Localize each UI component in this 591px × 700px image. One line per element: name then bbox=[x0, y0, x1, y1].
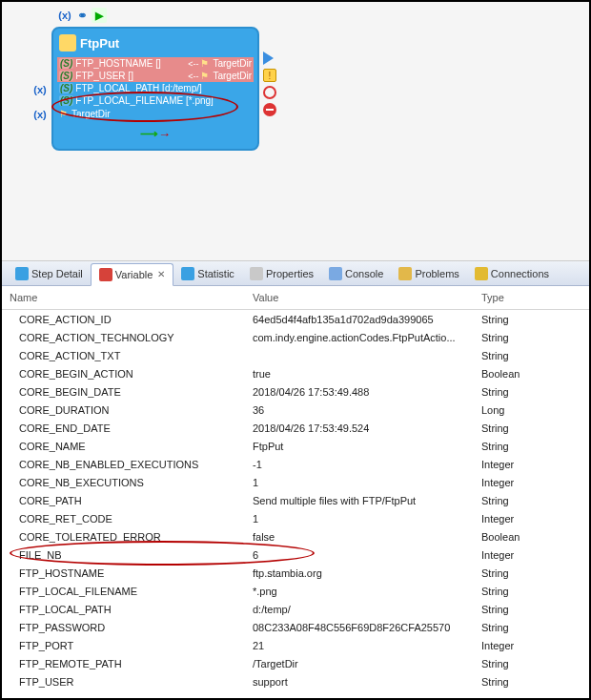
cell-type: String bbox=[474, 654, 589, 672]
tab-step-detail[interactable]: Step Detail bbox=[8, 263, 91, 284]
cell-type: String bbox=[474, 328, 589, 346]
tab-icon bbox=[99, 268, 112, 281]
cell-type: String bbox=[474, 564, 589, 582]
cell-type: Integer bbox=[474, 473, 589, 491]
tab-label: Statistic bbox=[197, 268, 234, 279]
cell-value: 1 bbox=[245, 473, 474, 491]
warning-icon[interactable]: ! bbox=[263, 69, 276, 82]
table-row[interactable]: CORE_BEGIN_ACTIONtrueBoolean bbox=[2, 364, 589, 382]
diagram-canvas[interactable]: (x) ⚭ ▶ (x) (x) FtpPut (S)FTP_HOSTNAME [… bbox=[2, 2, 589, 261]
s-badge-icon: (S) bbox=[59, 58, 73, 69]
cell-value: 2018/04/26 17:53:49.524 bbox=[245, 419, 474, 437]
node-title: FtpPut bbox=[57, 32, 254, 57]
variable-icon: (x) bbox=[32, 107, 48, 122]
cell-type: Long bbox=[474, 401, 589, 419]
cell-name: CORE_ACTION_ID bbox=[2, 310, 245, 329]
tab-icon bbox=[398, 267, 412, 280]
param-name: FTP_LOCAL_FILENAME [*.png] bbox=[75, 95, 252, 106]
cell-type: String bbox=[474, 672, 589, 690]
node-param-row[interactable]: (S)FTP_USER []<--⚑TargetDir bbox=[57, 70, 254, 82]
table-row[interactable]: FILE_NB6Integer bbox=[2, 546, 589, 564]
table-row[interactable]: FTP_HOSTNAMEftp.stambia.orgString bbox=[2, 564, 589, 582]
bottom-tabbar: Step DetailVariable ✕StatisticProperties… bbox=[2, 261, 589, 286]
stop-outline-icon[interactable] bbox=[263, 86, 276, 99]
node-param-row[interactable]: (S)FTP_HOSTNAME []<--⚑TargetDir bbox=[57, 57, 254, 70]
execute-icon[interactable]: ▶ bbox=[92, 8, 107, 23]
table-row[interactable]: CORE_ACTION_ID64ed5d4f4afb135a1d702ad9da… bbox=[2, 310, 589, 329]
cell-type: Boolean bbox=[474, 364, 589, 382]
col-header-name[interactable]: Name bbox=[2, 286, 245, 310]
link-icon[interactable]: ⚭ bbox=[74, 8, 90, 23]
table-row[interactable]: FTP_LOCAL_FILENAME*.pngString bbox=[2, 582, 589, 600]
cell-name: CORE_NB_ENABLED_EXECUTIONS bbox=[2, 455, 245, 473]
link-arrow-icon: <-- bbox=[188, 72, 198, 81]
table-row[interactable]: CORE_BEGIN_DATE2018/04/26 17:53:49.488St… bbox=[2, 382, 589, 401]
tab-icon bbox=[15, 267, 29, 280]
stop-icon[interactable] bbox=[263, 103, 276, 116]
tab-icon bbox=[181, 267, 194, 280]
tab-problems[interactable]: Problems bbox=[391, 263, 466, 284]
cell-type: String bbox=[474, 382, 589, 401]
tab-label: Console bbox=[345, 268, 383, 279]
param-name: FTP_LOCAL_PATH [d:/temp/] bbox=[75, 83, 252, 93]
variable-icon[interactable]: (x) bbox=[57, 8, 72, 23]
table-row[interactable]: CORE_ACTION_TECHNOLOGYcom.indy.engine.ac… bbox=[2, 328, 589, 346]
table-row[interactable]: FTP_LOCAL_PATHd:/temp/String bbox=[2, 600, 589, 618]
cell-type: String bbox=[474, 419, 589, 437]
variable-table-wrap[interactable]: Name Value Type CORE_ACTION_ID64ed5d4f4a… bbox=[2, 286, 589, 698]
node-left-decor: (x) (x) bbox=[32, 82, 48, 122]
tab-icon bbox=[329, 267, 342, 280]
node-title-text: FtpPut bbox=[80, 36, 119, 51]
flag-icon: ⚑ bbox=[200, 58, 209, 69]
table-row[interactable]: FTP_USERsupportString bbox=[2, 672, 589, 690]
cell-name: FTP_REMOTE_PATH bbox=[2, 654, 245, 672]
cell-name: CORE_DURATION bbox=[2, 401, 245, 419]
flag-icon: ⚑ bbox=[59, 109, 68, 119]
cell-name: CORE_ACTION_TECHNOLOGY bbox=[2, 328, 245, 346]
table-row[interactable]: CORE_TOLERATED_ERRORfalseBoolean bbox=[2, 527, 589, 546]
cell-value bbox=[245, 346, 474, 364]
table-row[interactable]: CORE_DURATION36Long bbox=[2, 401, 589, 419]
cell-name: CORE_BEGIN_ACTION bbox=[2, 364, 245, 382]
cell-type: String bbox=[474, 600, 589, 618]
play-icon[interactable] bbox=[263, 51, 274, 65]
tab-statistic[interactable]: Statistic bbox=[173, 263, 242, 284]
tab-connections[interactable]: Connections bbox=[467, 263, 557, 284]
col-header-value[interactable]: Value bbox=[245, 286, 474, 310]
tab-icon bbox=[250, 267, 263, 280]
table-row[interactable]: CORE_PATHSend multiple files with FTP/Ft… bbox=[2, 491, 589, 509]
tab-properties[interactable]: Properties bbox=[242, 263, 321, 284]
table-row[interactable]: CORE_NB_ENABLED_EXECUTIONS-1Integer bbox=[2, 455, 589, 473]
ftpput-node[interactable]: FtpPut (S)FTP_HOSTNAME []<--⚑TargetDir(S… bbox=[51, 27, 259, 151]
table-row[interactable]: FTP_PORT21Integer bbox=[2, 636, 589, 654]
node-footer: ⚑ TargetDir bbox=[57, 107, 254, 121]
cell-type: String bbox=[474, 582, 589, 600]
col-header-type[interactable]: Type bbox=[474, 286, 589, 310]
cell-type: Integer bbox=[474, 455, 589, 473]
cell-name: CORE_END_DATE bbox=[2, 419, 245, 437]
cell-name: FTP_PASSWORD bbox=[2, 618, 245, 636]
tab-console[interactable]: Console bbox=[321, 263, 391, 284]
cell-type: String bbox=[474, 437, 589, 455]
close-icon[interactable]: ✕ bbox=[157, 269, 165, 279]
table-row[interactable]: FTP_REMOTE_PATH/TargetDirString bbox=[2, 654, 589, 672]
table-row[interactable]: CORE_NAMEFtpPutString bbox=[2, 437, 589, 455]
node-side-icons: ! bbox=[263, 51, 276, 116]
table-row[interactable]: CORE_END_DATE2018/04/26 17:53:49.524Stri… bbox=[2, 419, 589, 437]
tab-label: Step Detail bbox=[31, 268, 83, 279]
cell-value: 36 bbox=[245, 401, 474, 419]
table-row[interactable]: CORE_ACTION_TXTString bbox=[2, 346, 589, 364]
cell-type: Integer bbox=[474, 636, 589, 654]
cell-value: false bbox=[245, 527, 474, 546]
cell-value: FtpPut bbox=[245, 437, 474, 455]
s-badge-icon: (S) bbox=[59, 83, 73, 93]
table-row[interactable]: CORE_RET_CODE1Integer bbox=[2, 509, 589, 527]
node-param-row[interactable]: (S)FTP_LOCAL_PATH [d:/temp/] bbox=[57, 82, 254, 94]
cell-name: FTP_HOSTNAME bbox=[2, 564, 245, 582]
tab-variable[interactable]: Variable ✕ bbox=[91, 263, 174, 286]
node-param-row[interactable]: (S)FTP_LOCAL_FILENAME [*.png] bbox=[57, 94, 254, 107]
cell-type: String bbox=[474, 310, 589, 329]
table-row[interactable]: CORE_NB_EXECUTIONS1Integer bbox=[2, 473, 589, 491]
table-row[interactable]: FTP_PASSWORD08C233A08F48C556F69D8F26CFA2… bbox=[2, 618, 589, 636]
cell-name: CORE_NAME bbox=[2, 437, 245, 455]
